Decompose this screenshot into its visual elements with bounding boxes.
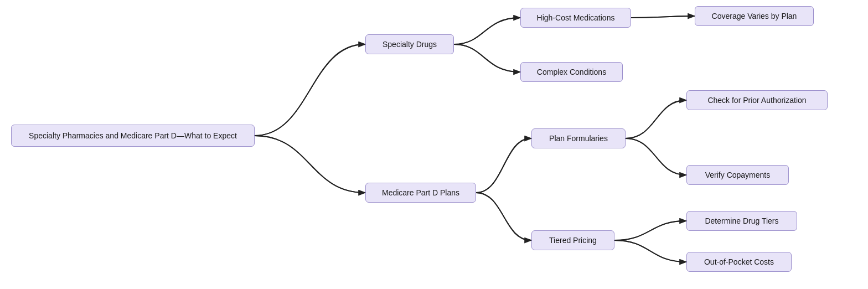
node-medicare-part-d: Medicare Part D Plans xyxy=(365,183,476,203)
node-plan-formularies: Plan Formularies xyxy=(531,128,626,148)
node-root: Specialty Pharmacies and Medicare Part D… xyxy=(11,125,255,147)
node-out-of-pocket: Out-of-Pocket Costs xyxy=(686,252,792,272)
node-high-cost: High-Cost Medications xyxy=(520,8,631,28)
node-complex-conditions: Complex Conditions xyxy=(520,62,623,82)
node-tiered-pricing: Tiered Pricing xyxy=(531,230,614,250)
mindmap-container: Specialty Pharmacies and Medicare Part D… xyxy=(0,0,868,289)
node-coverage-varies: Coverage Varies by Plan xyxy=(695,6,814,26)
node-specialty-drugs: Specialty Drugs xyxy=(365,34,454,54)
node-verify-copayments: Verify Copayments xyxy=(686,165,789,185)
node-check-prior-auth: Check for Prior Authorization xyxy=(686,90,828,110)
node-determine-drug-tiers: Determine Drug Tiers xyxy=(686,211,797,231)
